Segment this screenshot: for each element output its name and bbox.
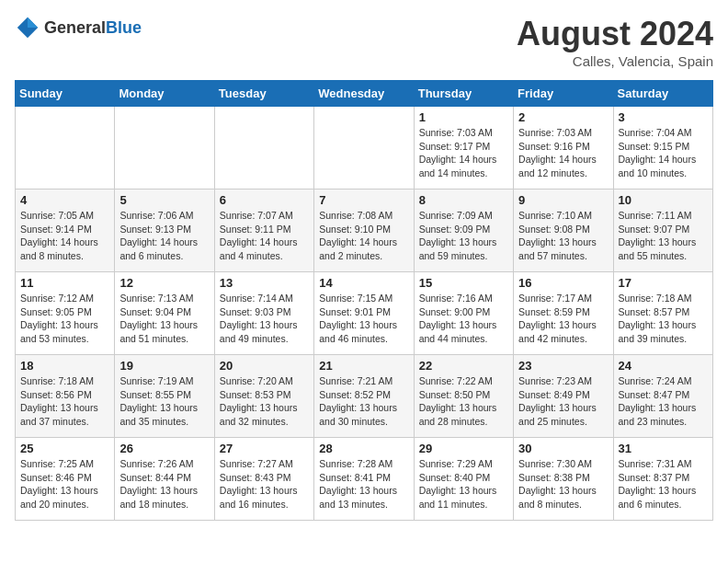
- calendar-cell: 16Sunrise: 7:17 AM Sunset: 8:59 PM Dayli…: [514, 272, 613, 355]
- calendar-cell: 21Sunrise: 7:21 AM Sunset: 8:52 PM Dayli…: [314, 355, 414, 438]
- calendar-cell: 4Sunrise: 7:05 AM Sunset: 9:14 PM Daylig…: [16, 190, 115, 272]
- month-year: August 2024: [517, 15, 713, 53]
- day-info: Sunrise: 7:18 AM Sunset: 8:57 PM Dayligh…: [619, 292, 708, 346]
- calendar-cell: [16, 107, 115, 190]
- day-info: Sunrise: 7:23 AM Sunset: 8:49 PM Dayligh…: [518, 374, 608, 429]
- day-info: Sunrise: 7:03 AM Sunset: 9:17 PM Dayligh…: [419, 126, 508, 180]
- day-number: 5: [119, 193, 209, 207]
- calendar-cell: [214, 107, 313, 190]
- day-info: Sunrise: 7:27 AM Sunset: 8:43 PM Dayligh…: [220, 457, 309, 511]
- day-info: Sunrise: 7:18 AM Sunset: 8:56 PM Dayligh…: [20, 374, 109, 429]
- day-number: 28: [319, 442, 408, 455]
- day-info: Sunrise: 7:24 AM Sunset: 8:47 PM Dayligh…: [619, 374, 708, 429]
- calendar-cell: 25Sunrise: 7:25 AM Sunset: 8:46 PM Dayli…: [16, 438, 115, 521]
- day-number: 15: [419, 276, 508, 290]
- day-number: 16: [518, 276, 608, 290]
- day-info: Sunrise: 7:11 AM Sunset: 9:07 PM Dayligh…: [619, 209, 708, 263]
- day-info: Sunrise: 7:04 AM Sunset: 9:15 PM Dayligh…: [619, 126, 708, 180]
- calendar-cell: 26Sunrise: 7:26 AM Sunset: 8:44 PM Dayli…: [115, 438, 214, 521]
- calendar-cell: 27Sunrise: 7:27 AM Sunset: 8:43 PM Dayli…: [214, 438, 313, 521]
- calendar-header: SundayMondayTuesdayWednesdayThursdayFrid…: [16, 81, 713, 107]
- calendar-cell: 2Sunrise: 7:03 AM Sunset: 9:16 PM Daylig…: [514, 107, 613, 190]
- weekday-header-monday: Monday: [115, 81, 214, 107]
- day-number: 6: [220, 193, 309, 207]
- calendar-week-1: 1Sunrise: 7:03 AM Sunset: 9:17 PM Daylig…: [16, 107, 713, 190]
- logo-general: General: [44, 18, 106, 37]
- calendar-cell: 30Sunrise: 7:30 AM Sunset: 8:38 PM Dayli…: [514, 438, 613, 521]
- day-info: Sunrise: 7:17 AM Sunset: 8:59 PM Dayligh…: [518, 292, 608, 346]
- day-number: 17: [619, 276, 708, 290]
- calendar-cell: 29Sunrise: 7:29 AM Sunset: 8:40 PM Dayli…: [414, 438, 513, 521]
- svg-marker-1: [28, 17, 38, 28]
- day-info: Sunrise: 7:13 AM Sunset: 9:04 PM Dayligh…: [119, 292, 209, 346]
- day-number: 13: [220, 276, 309, 290]
- logo-blue: Blue: [106, 18, 142, 37]
- calendar-cell: [314, 107, 414, 190]
- day-info: Sunrise: 7:06 AM Sunset: 9:13 PM Dayligh…: [119, 209, 209, 263]
- weekday-header-wednesday: Wednesday: [314, 81, 414, 107]
- day-info: Sunrise: 7:29 AM Sunset: 8:40 PM Dayligh…: [419, 457, 508, 511]
- weekday-row: SundayMondayTuesdayWednesdayThursdayFrid…: [16, 81, 713, 107]
- weekday-header-friday: Friday: [514, 81, 613, 107]
- calendar-cell: 12Sunrise: 7:13 AM Sunset: 9:04 PM Dayli…: [115, 272, 214, 355]
- calendar-cell: 19Sunrise: 7:19 AM Sunset: 8:55 PM Dayli…: [115, 355, 214, 438]
- calendar-cell: 23Sunrise: 7:23 AM Sunset: 8:49 PM Dayli…: [514, 355, 613, 438]
- calendar-body: 1Sunrise: 7:03 AM Sunset: 9:17 PM Daylig…: [16, 107, 713, 521]
- day-info: Sunrise: 7:08 AM Sunset: 9:10 PM Dayligh…: [319, 209, 408, 263]
- day-number: 26: [119, 442, 209, 455]
- day-info: Sunrise: 7:22 AM Sunset: 8:50 PM Dayligh…: [419, 374, 508, 429]
- day-info: Sunrise: 7:31 AM Sunset: 8:37 PM Dayligh…: [619, 457, 708, 511]
- calendar-cell: 6Sunrise: 7:07 AM Sunset: 9:11 PM Daylig…: [214, 190, 313, 272]
- calendar-cell: 17Sunrise: 7:18 AM Sunset: 8:57 PM Dayli…: [613, 272, 712, 355]
- day-number: 10: [619, 193, 708, 207]
- calendar-cell: 10Sunrise: 7:11 AM Sunset: 9:07 PM Dayli…: [613, 190, 712, 272]
- calendar-cell: 28Sunrise: 7:28 AM Sunset: 8:41 PM Dayli…: [314, 438, 414, 521]
- day-number: 27: [220, 442, 309, 455]
- day-info: Sunrise: 7:10 AM Sunset: 9:08 PM Dayligh…: [518, 209, 608, 263]
- calendar-cell: 20Sunrise: 7:20 AM Sunset: 8:53 PM Dayli…: [214, 355, 313, 438]
- calendar-week-4: 18Sunrise: 7:18 AM Sunset: 8:56 PM Dayli…: [16, 355, 713, 438]
- day-number: 14: [319, 276, 408, 290]
- calendar-cell: 15Sunrise: 7:16 AM Sunset: 9:00 PM Dayli…: [414, 272, 513, 355]
- calendar-cell: 18Sunrise: 7:18 AM Sunset: 8:56 PM Dayli…: [16, 355, 115, 438]
- calendar-cell: 24Sunrise: 7:24 AM Sunset: 8:47 PM Dayli…: [613, 355, 712, 438]
- day-info: Sunrise: 7:20 AM Sunset: 8:53 PM Dayligh…: [220, 374, 309, 429]
- weekday-header-thursday: Thursday: [414, 81, 513, 107]
- day-info: Sunrise: 7:28 AM Sunset: 8:41 PM Dayligh…: [319, 457, 408, 511]
- title-block: August 2024 Calles, Valencia, Spain: [517, 15, 713, 69]
- day-number: 20: [220, 359, 309, 373]
- day-number: 30: [518, 442, 608, 455]
- day-info: Sunrise: 7:25 AM Sunset: 8:46 PM Dayligh…: [20, 457, 109, 511]
- day-number: 23: [518, 359, 608, 373]
- calendar-cell: [115, 107, 214, 190]
- calendar-cell: 8Sunrise: 7:09 AM Sunset: 9:09 PM Daylig…: [414, 190, 513, 272]
- day-info: Sunrise: 7:05 AM Sunset: 9:14 PM Dayligh…: [20, 209, 109, 263]
- logo: GeneralBlue: [15, 15, 142, 40]
- calendar-cell: 13Sunrise: 7:14 AM Sunset: 9:03 PM Dayli…: [214, 272, 313, 355]
- calendar-cell: 9Sunrise: 7:10 AM Sunset: 9:08 PM Daylig…: [514, 190, 613, 272]
- calendar-cell: 1Sunrise: 7:03 AM Sunset: 9:17 PM Daylig…: [414, 107, 513, 190]
- day-info: Sunrise: 7:07 AM Sunset: 9:11 PM Dayligh…: [220, 209, 309, 263]
- day-number: 12: [119, 276, 209, 290]
- calendar-cell: 11Sunrise: 7:12 AM Sunset: 9:05 PM Dayli…: [16, 272, 115, 355]
- day-number: 25: [20, 442, 109, 455]
- weekday-header-sunday: Sunday: [16, 81, 115, 107]
- weekday-header-saturday: Saturday: [613, 81, 712, 107]
- day-info: Sunrise: 7:03 AM Sunset: 9:16 PM Dayligh…: [518, 126, 608, 180]
- calendar-cell: 31Sunrise: 7:31 AM Sunset: 8:37 PM Dayli…: [613, 438, 712, 521]
- day-info: Sunrise: 7:09 AM Sunset: 9:09 PM Dayligh…: [419, 209, 508, 263]
- day-info: Sunrise: 7:21 AM Sunset: 8:52 PM Dayligh…: [319, 374, 408, 429]
- location: Calles, Valencia, Spain: [517, 53, 713, 69]
- logo-icon: [15, 15, 40, 40]
- day-number: 19: [119, 359, 209, 373]
- page-header: GeneralBlue August 2024 Calles, Valencia…: [15, 15, 713, 69]
- day-number: 29: [419, 442, 508, 455]
- calendar-cell: 3Sunrise: 7:04 AM Sunset: 9:15 PM Daylig…: [613, 107, 712, 190]
- calendar-cell: 7Sunrise: 7:08 AM Sunset: 9:10 PM Daylig…: [314, 190, 414, 272]
- day-number: 31: [619, 442, 708, 455]
- day-number: 18: [20, 359, 109, 373]
- logo-text: GeneralBlue: [44, 18, 142, 38]
- day-number: 3: [619, 110, 708, 124]
- day-info: Sunrise: 7:15 AM Sunset: 9:01 PM Dayligh…: [319, 292, 408, 346]
- day-info: Sunrise: 7:30 AM Sunset: 8:38 PM Dayligh…: [518, 457, 608, 511]
